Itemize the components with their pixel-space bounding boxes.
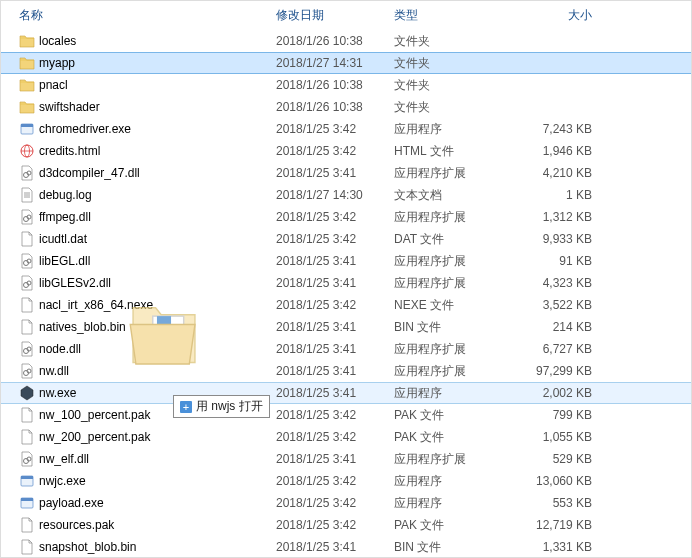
- folder-icon: [19, 55, 35, 71]
- html-icon: [19, 143, 35, 159]
- file-row[interactable]: locales2018/1/26 10:38文件夹: [1, 30, 691, 52]
- file-icon: [19, 517, 35, 533]
- file-size: 529 KB: [512, 452, 602, 466]
- file-row[interactable]: credits.html2018/1/25 3:42HTML 文件1,946 K…: [1, 140, 691, 162]
- folder-icon: [19, 99, 35, 115]
- file-name-cell[interactable]: locales: [19, 33, 276, 49]
- dll-icon: [19, 253, 35, 269]
- file-size: 3,522 KB: [512, 298, 602, 312]
- file-row[interactable]: swiftshader2018/1/26 10:38文件夹: [1, 96, 691, 118]
- file-row[interactable]: myapp2018/1/27 14:31文件夹: [1, 52, 691, 74]
- file-name: snapshot_blob.bin: [39, 540, 136, 554]
- file-row[interactable]: snapshot_blob.bin2018/1/25 3:41BIN 文件1,3…: [1, 536, 691, 558]
- file-name-cell[interactable]: chromedriver.exe: [19, 121, 276, 137]
- file-row[interactable]: pnacl2018/1/26 10:38文件夹: [1, 74, 691, 96]
- file-name: nw_100_percent.pak: [39, 408, 150, 422]
- drag-tooltip-text: 用 nwjs 打开: [196, 398, 263, 415]
- file-type: 应用程序: [394, 495, 512, 512]
- file-name-cell[interactable]: resources.pak: [19, 517, 276, 533]
- file-name-cell[interactable]: swiftshader: [19, 99, 276, 115]
- file-name-cell[interactable]: ffmpeg.dll: [19, 209, 276, 225]
- file-size: 12,719 KB: [512, 518, 602, 532]
- dll-icon: [19, 209, 35, 225]
- file-date: 2018/1/25 3:41: [276, 364, 394, 378]
- file-row[interactable]: debug.log2018/1/27 14:30文本文档1 KB: [1, 184, 691, 206]
- file-name-cell[interactable]: credits.html: [19, 143, 276, 159]
- file-name-cell[interactable]: d3dcompiler_47.dll: [19, 165, 276, 181]
- file-date: 2018/1/25 3:41: [276, 320, 394, 334]
- file-date: 2018/1/25 3:42: [276, 408, 394, 422]
- file-name-cell[interactable]: node.dll: [19, 341, 276, 357]
- header-name[interactable]: 名称: [19, 7, 276, 24]
- file-type: 应用程序扩展: [394, 209, 512, 226]
- file-row[interactable]: icudtl.dat2018/1/25 3:42DAT 文件9,933 KB: [1, 228, 691, 250]
- file-name-cell[interactable]: nw_elf.dll: [19, 451, 276, 467]
- file-name: nw_200_percent.pak: [39, 430, 150, 444]
- file-type: 应用程序: [394, 121, 512, 138]
- file-name-cell[interactable]: nwjc.exe: [19, 473, 276, 489]
- file-date: 2018/1/25 3:42: [276, 518, 394, 532]
- file-date: 2018/1/25 3:42: [276, 496, 394, 510]
- file-type: 应用程序扩展: [394, 341, 512, 358]
- file-size: 1,312 KB: [512, 210, 602, 224]
- file-row[interactable]: payload.exe2018/1/25 3:42应用程序553 KB: [1, 492, 691, 514]
- dll-icon: [19, 363, 35, 379]
- file-icon: [19, 231, 35, 247]
- file-row[interactable]: nw_200_percent.pak2018/1/25 3:42PAK 文件1,…: [1, 426, 691, 448]
- file-row[interactable]: chromedriver.exe2018/1/25 3:42应用程序7,243 …: [1, 118, 691, 140]
- file-row[interactable]: nw_elf.dll2018/1/25 3:41应用程序扩展529 KB: [1, 448, 691, 470]
- file-size: 1,946 KB: [512, 144, 602, 158]
- file-date: 2018/1/26 10:38: [276, 100, 394, 114]
- file-name-cell[interactable]: debug.log: [19, 187, 276, 203]
- file-row[interactable]: d3dcompiler_47.dll2018/1/25 3:41应用程序扩展4,…: [1, 162, 691, 184]
- file-name-cell[interactable]: nw.dll: [19, 363, 276, 379]
- file-row[interactable]: nw_100_percent.pak2018/1/25 3:42PAK 文件79…: [1, 404, 691, 426]
- file-row[interactable]: nw.exe2018/1/25 3:41应用程序2,002 KB: [1, 382, 691, 404]
- file-name-cell[interactable]: nw_200_percent.pak: [19, 429, 276, 445]
- plus-icon: +: [180, 401, 192, 413]
- file-row[interactable]: libGLESv2.dll2018/1/25 3:41应用程序扩展4,323 K…: [1, 272, 691, 294]
- file-list: locales2018/1/26 10:38文件夹myapp2018/1/27 …: [1, 30, 691, 558]
- file-type: 文件夹: [394, 77, 512, 94]
- file-row[interactable]: nwjc.exe2018/1/25 3:42应用程序13,060 KB: [1, 470, 691, 492]
- file-date: 2018/1/25 3:42: [276, 144, 394, 158]
- file-row[interactable]: natives_blob.bin2018/1/25 3:41BIN 文件214 …: [1, 316, 691, 338]
- file-size: 9,933 KB: [512, 232, 602, 246]
- file-name: credits.html: [39, 144, 100, 158]
- file-date: 2018/1/25 3:41: [276, 540, 394, 554]
- file-type: 应用程序扩展: [394, 363, 512, 380]
- file-name-cell[interactable]: icudtl.dat: [19, 231, 276, 247]
- file-row[interactable]: libEGL.dll2018/1/25 3:41应用程序扩展91 KB: [1, 250, 691, 272]
- file-name-cell[interactable]: snapshot_blob.bin: [19, 539, 276, 555]
- file-name-cell[interactable]: myapp: [19, 55, 276, 71]
- file-name-cell[interactable]: natives_blob.bin: [19, 319, 276, 335]
- file-date: 2018/1/25 3:41: [276, 342, 394, 356]
- file-size: 13,060 KB: [512, 474, 602, 488]
- file-row[interactable]: nw.dll2018/1/25 3:41应用程序扩展97,299 KB: [1, 360, 691, 382]
- file-name: natives_blob.bin: [39, 320, 126, 334]
- file-name: nw_elf.dll: [39, 452, 89, 466]
- file-name: myapp: [39, 56, 75, 70]
- exe-icon: [19, 473, 35, 489]
- file-row[interactable]: ffmpeg.dll2018/1/25 3:42应用程序扩展1,312 KB: [1, 206, 691, 228]
- header-type[interactable]: 类型: [394, 7, 512, 24]
- file-name-cell[interactable]: payload.exe: [19, 495, 276, 511]
- file-name-cell[interactable]: pnacl: [19, 77, 276, 93]
- file-row[interactable]: node.dll2018/1/25 3:41应用程序扩展6,727 KB: [1, 338, 691, 360]
- header-date[interactable]: 修改日期: [276, 7, 394, 24]
- header-size[interactable]: 大小: [512, 7, 602, 24]
- file-name-cell[interactable]: nacl_irt_x86_64.nexe: [19, 297, 276, 313]
- file-type: PAK 文件: [394, 517, 512, 534]
- file-type: 文件夹: [394, 99, 512, 116]
- file-type: HTML 文件: [394, 143, 512, 160]
- file-name-cell[interactable]: libEGL.dll: [19, 253, 276, 269]
- file-row[interactable]: nacl_irt_x86_64.nexe2018/1/25 3:42NEXE 文…: [1, 294, 691, 316]
- file-name-cell[interactable]: libGLESv2.dll: [19, 275, 276, 291]
- file-size: 7,243 KB: [512, 122, 602, 136]
- file-size: 6,727 KB: [512, 342, 602, 356]
- dll-icon: [19, 451, 35, 467]
- file-row[interactable]: resources.pak2018/1/25 3:42PAK 文件12,719 …: [1, 514, 691, 536]
- file-name: libEGL.dll: [39, 254, 90, 268]
- file-name: pnacl: [39, 78, 68, 92]
- file-type: BIN 文件: [394, 539, 512, 556]
